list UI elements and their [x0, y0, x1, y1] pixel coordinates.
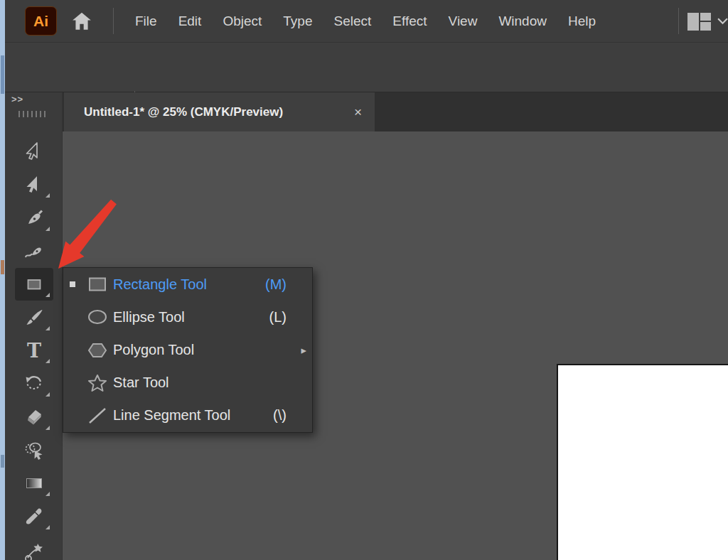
menu-file[interactable]: File [135, 14, 157, 29]
shortcut-label: (\) [273, 407, 287, 424]
flyout-indicator [46, 359, 50, 363]
menu-window[interactable]: Window [498, 14, 547, 29]
gradient-swatch-icon [26, 478, 42, 488]
document-tab[interactable]: Untitled-1* @ 25% (CMYK/Preview) × [64, 92, 375, 131]
polygon-icon [82, 340, 113, 361]
rotate-icon [23, 373, 45, 394]
menu-object[interactable]: Object [223, 14, 262, 29]
flyout-item-line-segment-tool[interactable]: Line Segment Tool (\) [63, 399, 312, 432]
ellipse-icon [82, 306, 113, 328]
blend-tool-button[interactable] [15, 534, 53, 560]
document-title: Untitled-1* @ 25% (CMYK/Preview) [84, 105, 283, 119]
direct-selection-arrow-icon [23, 174, 45, 195]
flyout-indicator [46, 392, 50, 397]
type-tool-button[interactable]: T [15, 334, 53, 367]
line-segment-icon [82, 405, 113, 426]
rotate-tool-button[interactable] [15, 367, 53, 400]
selection-tool-button[interactable] [15, 135, 53, 168]
shortcut-label: (M) [265, 276, 287, 293]
toolbar-expand-button[interactable]: >> [11, 94, 23, 104]
edge-strip-mark [1, 260, 4, 274]
gradient-tool-button[interactable] [15, 467, 53, 500]
home-icon [70, 11, 93, 32]
rectangle-icon [23, 274, 45, 295]
toolbar-drag-handle[interactable] [18, 111, 47, 117]
edge-strip-mark [1, 55, 4, 94]
menu-edit[interactable]: Edit [178, 14, 202, 29]
illustrator-logo[interactable]: Ai [25, 6, 57, 36]
menubar-divider [678, 8, 679, 34]
flyout-indicator [46, 426, 50, 430]
paintbrush-icon [23, 307, 45, 328]
pen-nib-icon [23, 208, 45, 229]
shape-tools-flyout-menu: Rectangle Tool (M) Ellipse Tool (L) Poly… [63, 267, 313, 433]
blend-icon [23, 539, 45, 560]
control-bar: No Selection Stroke: 1 pt [5, 42, 728, 92]
star-icon [82, 372, 113, 394]
menubar-divider [113, 8, 114, 34]
flyout-indicator [46, 293, 50, 297]
chevron-down-icon [717, 18, 728, 25]
eraser-icon [23, 406, 45, 428]
menu-select[interactable]: Select [334, 14, 372, 29]
selection-arrow-icon [23, 141, 45, 162]
menu-help[interactable]: Help [568, 14, 596, 29]
shape-builder-tool-button[interactable] [15, 434, 53, 466]
tab-close-button[interactable]: × [354, 105, 362, 119]
menu-list: File Edit Object Type Select Effect View… [135, 0, 596, 42]
annotation-arrow [43, 192, 128, 277]
artboard [557, 364, 728, 560]
menu-effect[interactable]: Effect [392, 14, 427, 29]
desktop-edge-strip [0, 0, 5, 560]
workspace-layout-icon [687, 13, 711, 31]
flyout-indicator [46, 525, 50, 529]
menu-view[interactable]: View [449, 14, 478, 29]
menu-type[interactable]: Type [283, 14, 312, 29]
flyout-item-ellipse-tool[interactable]: Ellipse Tool (L) [63, 301, 312, 333]
edge-strip-mark [1, 455, 4, 468]
menu-bar: Ai File Edit Object Type Select Effect V… [5, 0, 728, 42]
flyout-indicator [46, 326, 50, 330]
type-tool-icon: T [27, 341, 41, 360]
current-tool-marker-icon [63, 281, 82, 287]
eraser-tool-button[interactable] [15, 401, 53, 434]
submenu-arrow-icon: ▸ [301, 344, 306, 357]
shape-builder-icon [23, 439, 46, 461]
eyedropper-icon [23, 506, 45, 527]
curvature-pen-icon [23, 240, 45, 262]
flyout-indicator [46, 492, 50, 496]
shortcut-label: (L) [269, 309, 287, 325]
flyout-item-polygon-tool[interactable]: Polygon Tool ▸ [63, 333, 312, 366]
home-button[interactable] [69, 9, 95, 33]
eyedropper-tool-button[interactable] [15, 500, 53, 533]
paintbrush-tool-button[interactable] [15, 301, 53, 334]
flyout-item-star-tool[interactable]: Star Tool [63, 367, 312, 399]
workspace-switcher-button[interactable] [687, 11, 728, 31]
